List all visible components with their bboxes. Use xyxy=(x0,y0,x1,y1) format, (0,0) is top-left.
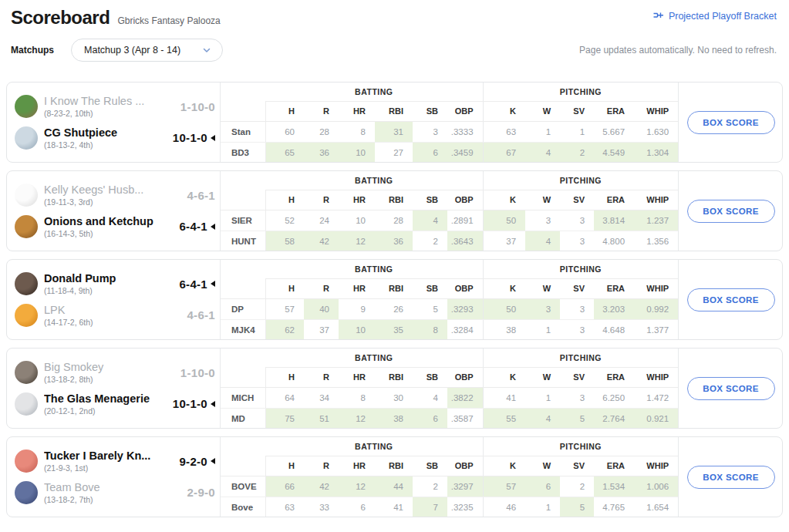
stat-cell: 60 xyxy=(265,121,304,142)
stat-row: Stan 60288313.333363115.6671.630 xyxy=(221,121,678,142)
team-name: Onions and Ketchup xyxy=(44,215,158,227)
matchup-select[interactable]: Matchup 3 (Apr 8 - 14) xyxy=(71,39,223,62)
team-name: Team Bove xyxy=(44,481,158,493)
stat-cell: 26 xyxy=(375,298,413,319)
group-header-row: BATTING PITCHING xyxy=(221,171,678,190)
col-header-k: K xyxy=(483,367,525,387)
col-header-sb: SB xyxy=(413,190,447,210)
team-row: Kelly Keegs' Husb... (19-11-3, 3rd) 4-6-… xyxy=(15,184,215,207)
stat-cell: 3 xyxy=(560,387,594,408)
col-header-hr: HR xyxy=(339,101,375,121)
col-header-r: R xyxy=(304,456,339,476)
sneaker-photo-avatar-icon xyxy=(15,392,38,416)
team-score: 4-6-1 xyxy=(187,308,215,322)
stat-cell: 52 xyxy=(265,210,304,231)
stats-panel: BATTING PITCHING H R HR RBI SB OBP K W S… xyxy=(221,171,679,251)
team-info: Kelly Keegs' Husb... (19-11-3, 3rd) xyxy=(44,184,158,207)
stat-cell: 41 xyxy=(483,387,525,408)
stat-cell: 12 xyxy=(339,408,375,429)
team-row: Donald Pump (11-18-4, 9th) 6-4-1 xyxy=(15,272,215,295)
box-score-panel: BOX SCORE xyxy=(679,437,783,517)
box-score-button[interactable]: BOX SCORE xyxy=(687,288,775,311)
stat-cell: 12 xyxy=(339,231,375,251)
team-info: Tucker I Barely Kn... (21-9-3, 1st) xyxy=(44,450,158,473)
stat-cell: 42 xyxy=(304,231,339,251)
team-abbrev: HUNT xyxy=(221,231,265,251)
stat-cell: 10 xyxy=(339,142,375,163)
stat-cell: 63 xyxy=(483,121,525,142)
stat-cell: 34 xyxy=(304,387,339,408)
box-score-button[interactable]: BOX SCORE xyxy=(687,466,775,489)
stat-cell: 4 xyxy=(525,231,560,251)
stats-panel: BATTING PITCHING H R HR RBI SB OBP K W S… xyxy=(221,82,679,162)
col-header-whip: WHIP xyxy=(634,278,678,298)
col-header-h: H xyxy=(265,367,304,387)
robot-mascot-avatar-icon xyxy=(15,481,38,504)
team-score-wrap: 1-10-0 xyxy=(164,100,215,113)
col-header-h: H xyxy=(265,190,304,210)
matchups-label: Matchups xyxy=(11,45,54,56)
team-score-wrap: 6-4-1 xyxy=(164,220,215,233)
box-score-button[interactable]: BOX SCORE xyxy=(687,111,775,134)
col-header-obp: OBP xyxy=(447,101,483,121)
stat-cell: 3 xyxy=(413,121,447,142)
stat-cell: 50 xyxy=(483,298,525,319)
stat-cell: 1.377 xyxy=(634,319,678,340)
team-score-wrap: 1-10-0 xyxy=(164,366,215,379)
chevron-down-icon[interactable] xyxy=(202,45,211,55)
team-name: Big Smokey xyxy=(44,361,158,373)
stat-cell: 1 xyxy=(525,121,560,142)
stat-cell: 50 xyxy=(483,210,525,231)
col-header-sv: SV xyxy=(560,367,594,387)
team-score-wrap: 4-6-1 xyxy=(164,308,215,322)
stats-table: BATTING PITCHING H R HR RBI SB OBP K W S… xyxy=(221,171,678,251)
stat-cell: .3822 xyxy=(447,387,483,408)
corner-cell xyxy=(221,348,265,367)
projected-playoff-bracket-link[interactable]: Projected Playoff Bracket xyxy=(652,11,777,22)
box-score-panel: BOX SCORE xyxy=(679,82,783,162)
title-wrap: Scoreboard Gbricks Fantasy Palooza xyxy=(11,8,221,28)
team-info: Donald Pump (11-18-4, 9th) xyxy=(44,272,158,295)
col-header-h: H xyxy=(265,456,304,476)
corner-cell xyxy=(221,437,265,456)
col-header-rbi: RBI xyxy=(375,367,413,387)
stat-cell: .3297 xyxy=(447,476,483,497)
column-header-row: H R HR RBI SB OBP K W SV ERA WHIP xyxy=(221,278,678,298)
stat-cell: 62 xyxy=(265,319,304,340)
team-row: Onions and Ketchup (16-14-3, 5th) 6-4-1 xyxy=(15,215,215,238)
stat-cell: 2 xyxy=(560,476,594,497)
bracket-icon xyxy=(652,11,664,22)
stat-cell: 57 xyxy=(483,476,525,497)
col-header-whip: WHIP xyxy=(634,190,678,210)
stat-cell: 41 xyxy=(375,497,413,517)
stat-cell: 24 xyxy=(304,210,339,231)
col-header-rbi: RBI xyxy=(375,190,413,210)
stat-cell: 64 xyxy=(265,387,304,408)
col-header-k: K xyxy=(483,101,525,121)
stat-cell: 57 xyxy=(265,298,304,319)
team-info: LPK (14-17-2, 6th) xyxy=(44,304,158,327)
label-column-header xyxy=(221,278,265,298)
team-row: I Know The Rules ... (8-23-2, 10th) 1-10… xyxy=(15,95,215,118)
col-header-h: H xyxy=(265,278,304,298)
col-header-sv: SV xyxy=(560,190,594,210)
stat-cell: 28 xyxy=(304,121,339,142)
matchups-wrap: Matchups Matchup 3 (Apr 8 - 14) xyxy=(11,39,223,62)
stat-cell: 4 xyxy=(525,408,560,429)
stat-cell: 5 xyxy=(560,497,594,517)
group-header-row: BATTING PITCHING xyxy=(221,437,678,456)
stat-cell: .3333 xyxy=(447,121,483,142)
label-column-header xyxy=(221,101,265,121)
col-header-whip: WHIP xyxy=(634,101,678,121)
auto-update-note: Page updates automatically. No need to r… xyxy=(579,45,777,56)
matchup-card: I Know The Rules ... (8-23-2, 10th) 1-10… xyxy=(6,82,783,163)
team-abbrev: MD xyxy=(221,408,265,429)
box-score-button[interactable]: BOX SCORE xyxy=(687,377,775,400)
matchup-select-value[interactable]: Matchup 3 (Apr 8 - 14) xyxy=(84,45,180,56)
team-score-wrap: 9-2-0 xyxy=(164,455,215,468)
stat-row: MICH 64348304.382241136.2501.472 xyxy=(221,387,678,408)
stat-cell: 3 xyxy=(525,298,560,319)
stats-table: BATTING PITCHING H R HR RBI SB OBP K W S… xyxy=(221,260,678,340)
box-score-panel: BOX SCORE xyxy=(679,348,783,428)
box-score-button[interactable]: BOX SCORE xyxy=(687,200,775,223)
